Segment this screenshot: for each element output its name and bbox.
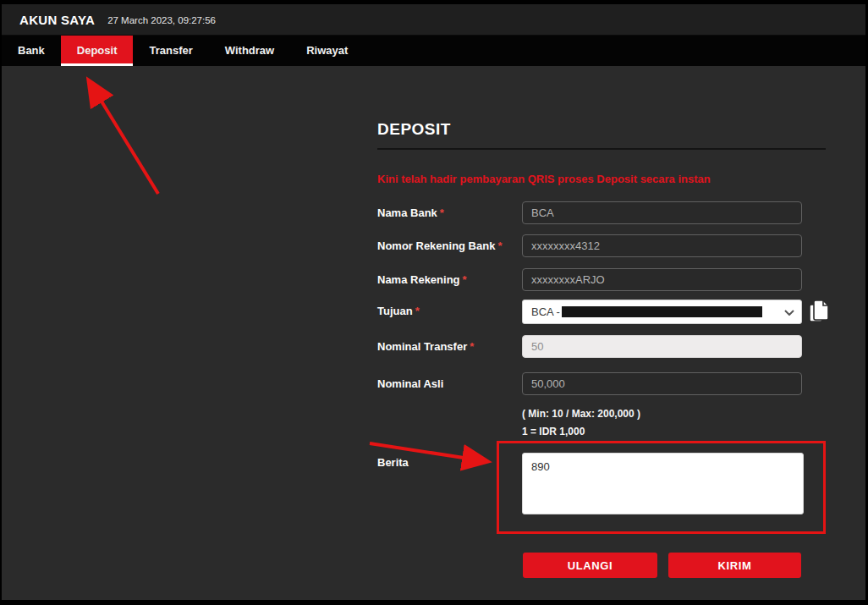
nomor-rekening-label: Nomor Rekening Bank* — [377, 234, 502, 257]
app-window: AKUN SAYA 27 March 2023, 09:27:56 Bank D… — [2, 4, 865, 600]
tab-bank[interactable]: Bank — [2, 36, 61, 66]
divider — [377, 148, 826, 150]
nama-bank-label: Nama Bank* — [377, 201, 444, 224]
page-title: AKUN SAYA — [19, 13, 95, 27]
required-marker: * — [470, 340, 474, 353]
kirim-button[interactable]: KIRIM — [668, 553, 801, 578]
required-marker: * — [415, 305, 420, 317]
tab-withdraw[interactable]: Withdraw — [209, 36, 290, 66]
app-header: AKUN SAYA 27 March 2023, 09:27:56 — [2, 4, 865, 36]
required-marker: * — [463, 273, 467, 286]
copy-icon[interactable] — [807, 298, 831, 325]
required-marker: * — [440, 206, 444, 219]
tab-riwayat[interactable]: Riwayat — [290, 36, 364, 66]
current-datetime: 27 March 2023, 09:27:56 — [107, 15, 216, 25]
form-title: DEPOSIT — [377, 120, 451, 139]
berita-textarea[interactable]: 890 — [522, 453, 804, 514]
required-marker: * — [497, 239, 502, 252]
nama-bank-input[interactable] — [522, 201, 802, 224]
nominal-transfer-input[interactable] — [522, 335, 802, 358]
nama-rekening-label: Nama Rekening* — [377, 268, 467, 291]
tujuan-select[interactable]: BCA - — [522, 300, 802, 324]
redacted-account-number — [562, 306, 762, 317]
nama-rekening-input[interactable] — [522, 268, 802, 291]
qris-announcement: Kini telah hadir pembayaran QRIS proses … — [377, 173, 711, 185]
tab-transfer[interactable]: Transfer — [133, 36, 208, 66]
nominal-asli-input[interactable] — [522, 372, 802, 395]
min-max-hint: ( Min: 10 / Max: 200,000 ) — [522, 408, 640, 420]
arrow-to-deposit-tab — [90, 82, 158, 194]
tab-deposit[interactable]: Deposit — [61, 36, 134, 66]
rate-hint: 1 = IDR 1,000 — [522, 426, 585, 437]
nomor-rekening-input[interactable] — [522, 234, 802, 257]
tujuan-label: Tujuan* — [377, 300, 420, 322]
screenshot-frame: AKUN SAYA 27 March 2023, 09:27:56 Bank D… — [0, 0, 868, 605]
nominal-asli-label: Nominal Asli — [377, 372, 443, 395]
nominal-transfer-label: Nominal Transfer* — [377, 335, 474, 358]
form-actions: ULANGI KIRIM — [377, 553, 826, 578]
chevron-down-icon — [784, 310, 794, 316]
main-nav: Bank Deposit Transfer Withdraw Riwayat — [2, 36, 865, 66]
tujuan-selected-value: BCA - — [531, 305, 560, 318]
ulangi-button[interactable]: ULANGI — [523, 553, 657, 578]
berita-label: Berita — [377, 451, 409, 474]
